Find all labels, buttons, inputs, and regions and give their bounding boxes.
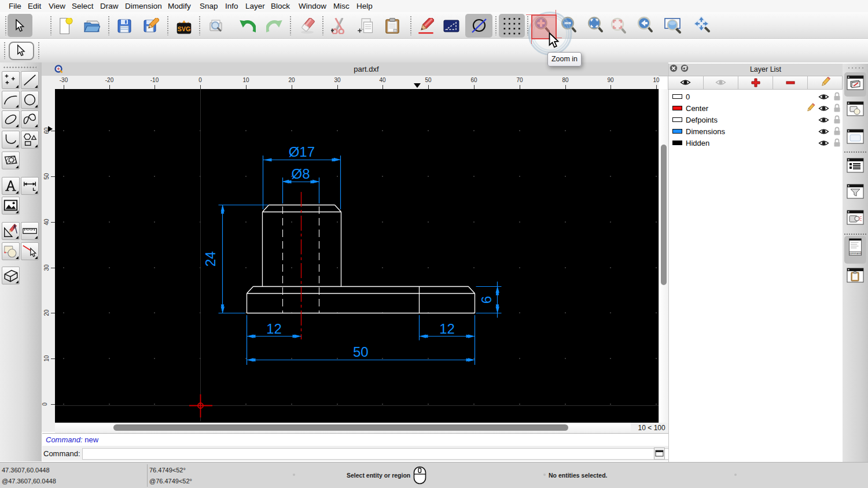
svg-text:24: 24 [203, 252, 218, 267]
svg-text:Ø8: Ø8 [292, 166, 310, 182]
svg-text:12: 12 [266, 321, 282, 337]
svg-text:SVG: SVG [178, 25, 190, 32]
svg-text:12: 12 [439, 321, 455, 337]
svg-text:50: 50 [353, 344, 369, 360]
svg-text:command: command [849, 252, 861, 255]
svg-text:Ø17: Ø17 [289, 144, 315, 160]
svg-text:6: 6 [479, 296, 494, 304]
